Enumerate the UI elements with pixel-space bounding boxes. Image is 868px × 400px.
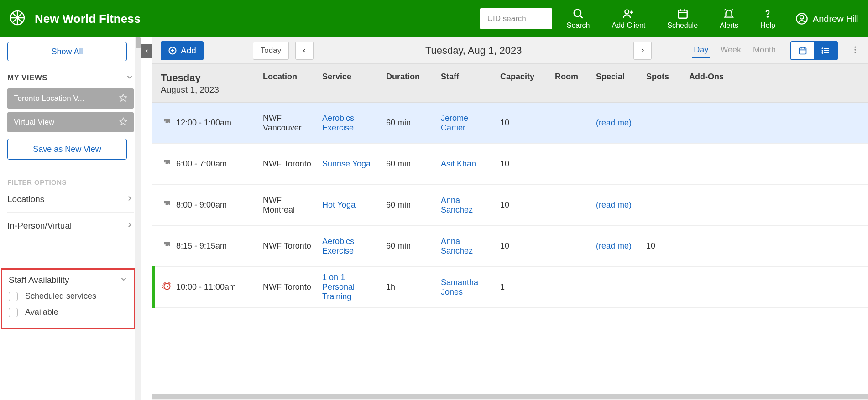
recurring-icon <box>162 158 172 170</box>
save-view-button[interactable]: Save as New View <box>7 139 127 160</box>
cell-spots: 10 <box>642 241 685 251</box>
horizontal-scrollbar[interactable] <box>152 394 868 400</box>
tab-day[interactable]: Day <box>692 42 710 58</box>
cell-special[interactable]: (read me) <box>591 241 642 251</box>
checkbox-icon[interactable] <box>9 292 18 301</box>
cell-duration: 60 min <box>382 241 436 251</box>
recurring-icon <box>162 199 172 211</box>
svg-point-29 <box>822 52 823 53</box>
add-button[interactable]: Add <box>161 41 204 60</box>
recurring-icon <box>162 117 172 129</box>
svg-point-1 <box>574 10 581 16</box>
filter-inperson-virtual[interactable]: In-Person/Virtual <box>7 213 134 239</box>
svg-point-12 <box>767 16 768 17</box>
star-icon[interactable] <box>119 117 127 128</box>
tab-week[interactable]: Week <box>718 42 743 58</box>
svg-point-28 <box>822 50 823 51</box>
cell-duration: 1h <box>382 282 436 292</box>
show-all-button[interactable]: Show All <box>7 42 127 61</box>
col-header-day: Tuesday August 1, 2023 <box>152 72 258 95</box>
sidebar-view-item[interactable]: Virtual View <box>7 112 134 132</box>
today-button[interactable]: Today <box>253 42 289 60</box>
cell-capacity: 10 <box>496 241 550 251</box>
cell-service[interactable]: Aerobics Exercise <box>318 114 382 133</box>
svg-point-30 <box>854 46 856 47</box>
cell-duration: 60 min <box>382 118 436 128</box>
cell-location: NWF Montreal <box>258 196 318 215</box>
nav-search[interactable]: Search <box>565 5 592 32</box>
cell-service[interactable]: Sunrise Yoga <box>318 159 382 169</box>
date-display: Tuesday, Aug 1, 2023 <box>320 45 627 57</box>
add-button-label: Add <box>181 46 196 56</box>
nav-help[interactable]: Help <box>758 5 777 32</box>
cell-service[interactable]: 1 on 1 Personal Training <box>318 273 382 301</box>
svg-point-27 <box>822 48 823 49</box>
cell-service[interactable]: Aerobics Exercise <box>318 237 382 256</box>
cell-staff[interactable]: Anna Sanchez <box>436 196 496 215</box>
schedule-table: Tuesday August 1, 2023 Location Service … <box>152 64 868 394</box>
table-row[interactable]: 8:15 - 9:15amNWF TorontoAerobics Exercis… <box>152 226 868 267</box>
nav-alerts[interactable]: Alerts <box>718 5 740 32</box>
cell-special[interactable]: (read me) <box>591 200 642 210</box>
staff-availability-section: Staff Availability Scheduled services Av… <box>1 268 136 329</box>
calendar-view-button[interactable] <box>791 42 814 59</box>
chevron-down-icon <box>125 73 134 83</box>
cell-staff[interactable]: Jerome Cartier <box>436 114 496 133</box>
table-row[interactable]: 8:00 - 9:00amNWF MontrealHot Yoga60 minA… <box>152 185 868 226</box>
cell-time: 6:00 - 7:00am <box>152 158 258 170</box>
day-subtitle: August 1, 2023 <box>161 85 254 95</box>
svg-marker-15 <box>120 94 127 101</box>
next-day-button[interactable] <box>633 42 652 60</box>
more-options-button[interactable] <box>851 45 860 56</box>
cell-staff[interactable]: Anna Sanchez <box>436 237 496 256</box>
nav-add-client-label: Add Client <box>612 21 645 30</box>
col-header-spots: Spots <box>642 72 685 95</box>
table-row[interactable]: 6:00 - 7:00amNWF TorontoSunrise Yoga60 m… <box>152 144 868 185</box>
time-text: 6:00 - 7:00am <box>176 159 227 169</box>
scrollbar-thumb[interactable] <box>136 37 141 48</box>
sidebar-collapse-handle[interactable] <box>141 44 152 58</box>
filter-inperson-label: In-Person/Virtual <box>7 221 72 231</box>
scrollbar-thumb[interactable] <box>152 394 868 399</box>
svg-rect-20 <box>800 48 806 54</box>
svg-point-14 <box>800 15 804 19</box>
star-icon[interactable] <box>119 94 127 104</box>
my-views-header[interactable]: MY VIEWS <box>7 73 134 83</box>
brand-icon <box>9 10 26 28</box>
nav-add-client[interactable]: Add Client <box>610 5 647 32</box>
chevron-right-icon <box>125 221 134 231</box>
cell-location: NWF Toronto <box>258 282 318 292</box>
cell-staff[interactable]: Samantha Jones <box>436 278 496 297</box>
prev-day-button[interactable] <box>295 42 314 60</box>
checkbox-icon[interactable] <box>9 308 18 317</box>
checkbox-available[interactable]: Available <box>9 307 128 317</box>
my-views-label: MY VIEWS <box>7 73 47 83</box>
cell-staff[interactable]: Asif Khan <box>436 159 496 169</box>
tab-month[interactable]: Month <box>751 42 778 58</box>
col-header-room: Room <box>550 72 591 95</box>
nav-schedule[interactable]: Schedule <box>665 5 700 32</box>
nav-alerts-label: Alerts <box>720 21 738 30</box>
filter-locations[interactable]: Locations <box>7 186 134 213</box>
list-view-button[interactable] <box>814 42 837 59</box>
range-tabs: Day Week Month <box>692 42 778 58</box>
staff-availability-label: Staff Availability <box>9 275 69 285</box>
staff-availability-header[interactable]: Staff Availability <box>9 275 128 285</box>
table-row[interactable]: 10:00 - 11:00amNWF Toronto1 on 1 Persona… <box>152 267 868 308</box>
cell-service[interactable]: Hot Yoga <box>318 200 382 210</box>
col-header-capacity: Capacity <box>496 72 550 95</box>
cell-capacity: 10 <box>496 200 550 210</box>
sidebar-view-item[interactable]: Toronto Location V... <box>7 88 134 109</box>
time-text: 8:00 - 9:00am <box>176 200 227 210</box>
checkbox-scheduled-services[interactable]: Scheduled services <box>9 291 128 301</box>
nav-help-label: Help <box>760 21 775 30</box>
col-header-service: Service <box>318 72 382 95</box>
cell-special[interactable]: (read me) <box>591 118 642 128</box>
user-menu[interactable]: Andrew Hill <box>795 12 859 25</box>
brand-wrap: New World Fitness <box>9 10 480 28</box>
table-row[interactable]: 12:00 - 1:00amNWF VancouverAerobics Exer… <box>152 103 868 144</box>
nav-search-label: Search <box>567 21 590 30</box>
uid-search-input[interactable] <box>480 8 552 29</box>
checkbox-label: Available <box>25 307 58 317</box>
sidebar-scrollbar[interactable] <box>135 37 141 400</box>
